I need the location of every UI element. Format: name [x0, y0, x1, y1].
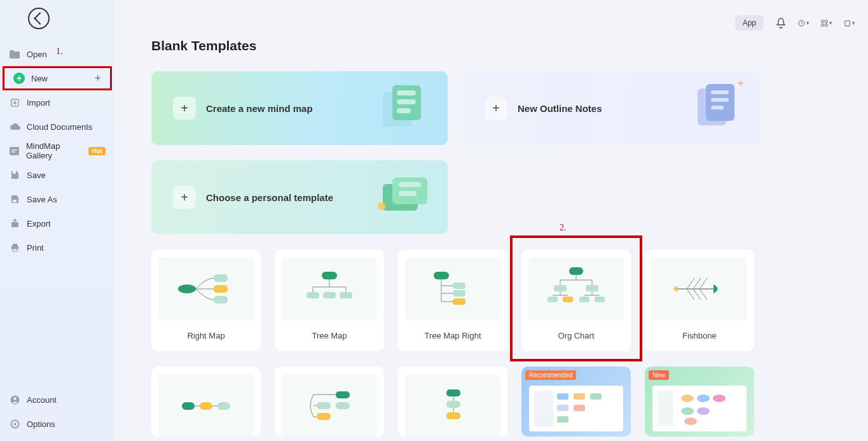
sidebar-item-save[interactable]: Save: [0, 163, 114, 187]
hero-personal-template[interactable]: + Choose a personal template: [151, 160, 448, 234]
page-title: Blank Templates: [151, 38, 868, 53]
thumb-horizontal-map: [158, 374, 254, 437]
thumb-right-map: [158, 257, 254, 321]
template-card-row2-2[interactable]: [275, 367, 384, 437]
sidebar-item-save-as[interactable]: Save As: [0, 187, 114, 211]
account-icon: [9, 395, 20, 405]
svg-rect-60: [217, 402, 230, 410]
gallery-icon: [9, 146, 20, 156]
sidebar-label-account: Account: [27, 395, 57, 405]
annotation-1: 1.: [56, 46, 63, 57]
sidebar-label-options: Options: [27, 419, 55, 429]
sidebar: Open + New + Import Cloud Documents Mind…: [0, 0, 114, 441]
sidebar-item-cloud[interactable]: Cloud Documents: [0, 115, 114, 139]
template-right-map[interactable]: Right Map: [151, 249, 261, 351]
sidebar-item-print[interactable]: Print: [0, 235, 114, 260]
template-card-new[interactable]: New: [645, 367, 754, 437]
sidebar-label-open: Open: [27, 50, 47, 59]
template-name: Right Map: [187, 331, 224, 340]
svg-rect-1: [10, 50, 14, 53]
svg-rect-52: [586, 285, 598, 291]
sidebar-label-print: Print: [27, 243, 44, 253]
svg-rect-41: [214, 296, 228, 304]
svg-rect-24: [397, 90, 416, 95]
svg-rect-67: [446, 412, 460, 419]
template-org-chart[interactable]: Org Chart: [521, 249, 631, 351]
svg-rect-74: [557, 416, 568, 423]
template-name: Tree Map Right: [424, 331, 481, 340]
sidebar-label-new: New: [31, 74, 48, 83]
svg-rect-51: [554, 285, 567, 291]
sidebar-item-gallery[interactable]: MindMap Gallery Hot: [0, 139, 114, 163]
svg-rect-42: [322, 272, 337, 279]
plus-square-icon: +: [485, 97, 507, 120]
svg-point-13: [13, 397, 17, 400]
thumb-fishbone: [652, 257, 747, 321]
svg-rect-45: [323, 292, 336, 298]
sidebar-item-new[interactable]: + New +: [3, 66, 112, 90]
svg-rect-50: [569, 267, 583, 275]
svg-rect-73: [574, 405, 585, 411]
thumb-tree-map-right: [405, 257, 500, 321]
svg-rect-63: [336, 402, 350, 409]
back-button[interactable]: [28, 8, 50, 29]
sidebar-item-import[interactable]: Import: [0, 90, 114, 115]
svg-rect-66: [446, 401, 460, 408]
svg-point-76: [681, 395, 694, 402]
svg-rect-62: [317, 402, 331, 409]
svg-marker-57: [673, 286, 677, 292]
svg-rect-39: [214, 274, 228, 282]
preview-recommended: [529, 386, 623, 431]
svg-rect-25: [397, 99, 416, 104]
svg-rect-54: [563, 297, 573, 302]
svg-rect-47: [453, 283, 465, 289]
plus-square-icon: +: [173, 97, 196, 120]
thumb-flow-map: [282, 374, 377, 437]
svg-rect-5: [11, 151, 15, 153]
sidebar-label-cloud: Cloud Documents: [27, 122, 92, 132]
hot-badge: Hot: [88, 147, 106, 155]
svg-rect-40: [214, 285, 228, 293]
sidebar-label-gallery: MindMap Gallery: [26, 141, 85, 160]
sidebar-item-options[interactable]: Options: [0, 412, 114, 436]
hero-create-mindmap[interactable]: + Create a new mind map: [151, 71, 448, 145]
svg-point-77: [697, 395, 710, 402]
sidebar-label-save-as: Save As: [27, 195, 57, 204]
svg-rect-65: [446, 389, 460, 396]
svg-point-80: [697, 407, 710, 415]
plus-square-icon: +: [173, 186, 196, 209]
svg-rect-70: [574, 393, 585, 400]
thumb-vertical-map: [405, 374, 500, 437]
gear-icon: [9, 419, 20, 429]
svg-rect-10: [13, 244, 17, 246]
template-card-recommended[interactable]: Recommended: [521, 367, 631, 437]
svg-rect-31: [711, 106, 724, 109]
svg-rect-43: [307, 292, 319, 298]
svg-rect-59: [200, 402, 212, 410]
svg-rect-26: [397, 108, 411, 113]
template-tree-map[interactable]: Tree Map: [275, 249, 384, 351]
template-tree-map-right[interactable]: Tree Map Right: [398, 249, 507, 351]
sidebar-item-export[interactable]: Export: [0, 211, 114, 235]
thumb-org-chart: [528, 257, 624, 321]
template-fishbone[interactable]: Fishbone: [645, 249, 754, 351]
svg-point-35: [378, 202, 385, 210]
svg-rect-4: [11, 150, 17, 151]
svg-rect-7: [13, 200, 17, 202]
template-card-row2-1[interactable]: [151, 367, 261, 437]
template-card-row2-3[interactable]: [398, 367, 507, 437]
svg-rect-75: [658, 391, 673, 426]
recommended-badge: Recommended: [525, 370, 576, 380]
svg-point-79: [681, 407, 694, 415]
svg-rect-55: [579, 297, 589, 302]
svg-rect-44: [340, 292, 352, 298]
svg-point-38: [178, 284, 196, 293]
outline-illustration: +: [682, 79, 752, 136]
preview-new: [652, 386, 747, 431]
hero-outline-notes[interactable]: + New Outline Notes +: [463, 71, 759, 145]
template-name: Fishbone: [682, 331, 716, 340]
sidebar-item-account[interactable]: Account: [0, 388, 114, 412]
svg-rect-36: [399, 182, 421, 187]
export-icon: [9, 218, 20, 228]
folder-icon: [9, 49, 20, 59]
